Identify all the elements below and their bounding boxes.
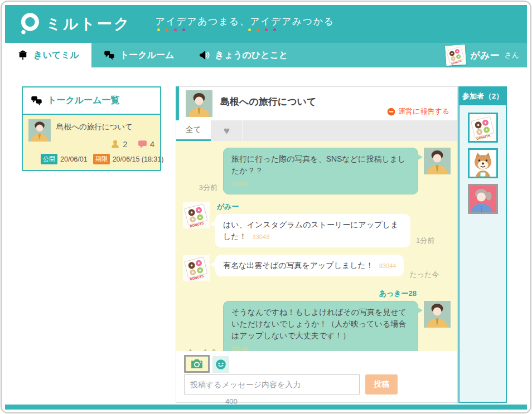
person-avatar [424, 148, 451, 174]
person-avatar [424, 301, 451, 328]
message-input[interactable] [184, 374, 360, 394]
nav-tab-label: きょうのひとこと [215, 50, 288, 61]
participant-avatar-shiba[interactable] [468, 148, 498, 178]
message-filter-tabs: 全て ♥ [176, 120, 457, 141]
chat-bubbles-icon [104, 50, 115, 61]
talkroom-list-title: トークルーム一覧 [47, 95, 120, 106]
message-id: 33045 [231, 344, 410, 352]
open-badge: 公開 [41, 154, 57, 164]
page-content: ミルトーク アイデアあつまる、アイデアみつかる きいてミル [5, 5, 527, 409]
message: あっきー28 たった今 そうなんですね！もしよければその写真を見せていただけない… [183, 289, 451, 352]
post-button[interactable]: 投稿 [365, 374, 398, 394]
message-text: 旅行に行った際の写真を、SNSなどに投稿しましたか？？ [231, 154, 405, 175]
nav-tab-label: トークルーム [120, 50, 175, 61]
participant-avatar-donuts[interactable] [468, 113, 498, 143]
donuts-avatar [183, 202, 210, 228]
message-time: 3分前 [199, 183, 217, 194]
tagline-dots [248, 28, 276, 31]
message-bubble: そうなんですね！もしよければその写真を見せていただけないでしょうか！（人が映って… [223, 301, 418, 352]
chat-bubbles-icon [31, 95, 42, 106]
message-sender-name: がみー [217, 202, 410, 212]
message-list: 3分前 旅行に行った際の写真を、SNSなどに投稿しましたか？？ 33042 [176, 141, 457, 351]
person-icon [110, 139, 120, 149]
message-time: 1分前 [416, 236, 434, 247]
nav-tab-talkroom[interactable]: トークルーム [91, 43, 187, 67]
participant-avatar-woman[interactable] [468, 184, 498, 214]
message-id: 33044 [379, 262, 396, 269]
report-label: 運営に報告する [398, 106, 449, 116]
tagline-wrap: アイデアあつまる、アイデアみつかる [156, 15, 335, 36]
minus-circle-icon [387, 108, 395, 116]
room-item-meta: 公開 20/06/01 期限 20/06/15 (18:31) [41, 154, 154, 164]
footer-bar [5, 405, 527, 410]
nav-tab-label: きいてミル [33, 50, 79, 61]
message-bubble: 有名な出雲そばの写真をアップしました！ 33044 [215, 255, 404, 276]
heart-icon: ♥ [224, 125, 230, 137]
talkroom-list-item[interactable]: 島根への旅行について 2 4 公開 20/06/01 期限 20/06/15 (… [23, 114, 160, 170]
participants-count: （2） [485, 91, 503, 101]
emoji-button[interactable] [212, 356, 229, 373]
message: がみー はい、インスタグラムのストーリーにアップしました！ 33043 1分前 [183, 202, 451, 247]
open-date: 20/06/01 [60, 155, 88, 163]
message: 3分前 旅行に行った際の写真を、SNSなどに投稿しましたか？？ 33042 [183, 148, 451, 194]
page-frame: ミルトーク アイデアあつまる、アイデアみつかる きいてミル [1, 1, 531, 413]
smiley-icon [215, 359, 226, 370]
person-avatar [28, 119, 51, 142]
user-avatar-donuts [444, 45, 466, 66]
participants-list [460, 105, 506, 214]
room-item-title: 島根への旅行について [56, 119, 133, 142]
logo-text: ミルトーク [46, 14, 131, 34]
app-header: ミルトーク アイデアあつまる、アイデアみつかる [5, 5, 527, 43]
attach-photo-button[interactable] [184, 355, 210, 373]
participants-panel: 参加者 （2） [458, 86, 507, 403]
message: 有名な出雲そばの写真をアップしました！ 33044 たった今 [183, 255, 451, 281]
tagline: アイデアあつまる、アイデアみつかる [156, 16, 335, 27]
message-time: たった今 [409, 270, 439, 281]
nav-tab-kiitemiru[interactable]: きいてミル [5, 43, 91, 67]
user-name: がみー [471, 49, 500, 62]
message-id: 33042 [231, 179, 410, 189]
talkroom-list-header: トークルーム一覧 [23, 87, 160, 114]
message-text: 有名な出雲そばの写真をアップしました！ [223, 261, 374, 270]
tab-favorites[interactable]: ♥ [211, 120, 243, 141]
message-sender-name: あっきー28 [379, 289, 417, 299]
message-time: たった今 [188, 347, 217, 351]
comment-icon [138, 139, 147, 149]
app-window: ミルトーク アイデアあつまる、アイデアみつかる きいてミル [0, 0, 532, 414]
megaphone-icon [199, 50, 210, 61]
camera-icon [191, 359, 203, 369]
user-name-suffix: さん [504, 50, 519, 60]
participants-header: 参加者 （2） [460, 87, 506, 105]
report-link[interactable]: 運営に報告する [387, 106, 449, 116]
user-menu[interactable]: がみー さん [446, 43, 519, 67]
message-bubble: はい、インスタグラムのストーリーにアップしました！ 33043 [215, 214, 410, 247]
chat-panel: 島根への旅行について 運営に報告する 全て ♥ [176, 86, 458, 403]
chat-room-header: 島根への旅行について 運営に報告する [176, 87, 457, 120]
deadline-date: 20/06/15 (18:31) [113, 155, 164, 163]
message-id: 33043 [253, 233, 270, 240]
member-count: 2 [123, 139, 127, 149]
tab-all-messages[interactable]: 全て [176, 120, 211, 141]
logo-q-icon [17, 12, 42, 36]
chat-room-title: 島根への旅行について [220, 95, 316, 108]
deadline-badge: 期限 [93, 154, 110, 164]
app-logo[interactable]: ミルトーク [17, 12, 131, 36]
signboard-icon [17, 50, 28, 61]
message-bubble: 旅行に行った際の写真を、SNSなどに投稿しましたか？？ 33042 [223, 148, 418, 194]
message-text: はい、インスタグラムのストーリーにアップしました！ [223, 220, 398, 241]
talkroom-list-panel: トークルーム一覧 島根への旅行について 2 4 公開 [22, 86, 161, 171]
message-text: そうなんですね！もしよければその写真を見せていただけないでしょうか！（人が映って… [231, 308, 407, 340]
message-composer: 投稿 400 [176, 351, 457, 406]
donuts-avatar [183, 255, 210, 281]
tagline-dots [157, 28, 185, 31]
participants-title: 参加者 [462, 91, 484, 101]
nav-tab-hitokoto[interactable]: きょうのひとこと [186, 43, 300, 67]
main-nav: きいてミル トークルーム きょうのひとこと がみー さん [5, 43, 527, 67]
person-avatar [186, 90, 212, 117]
comment-count: 4 [150, 139, 154, 149]
